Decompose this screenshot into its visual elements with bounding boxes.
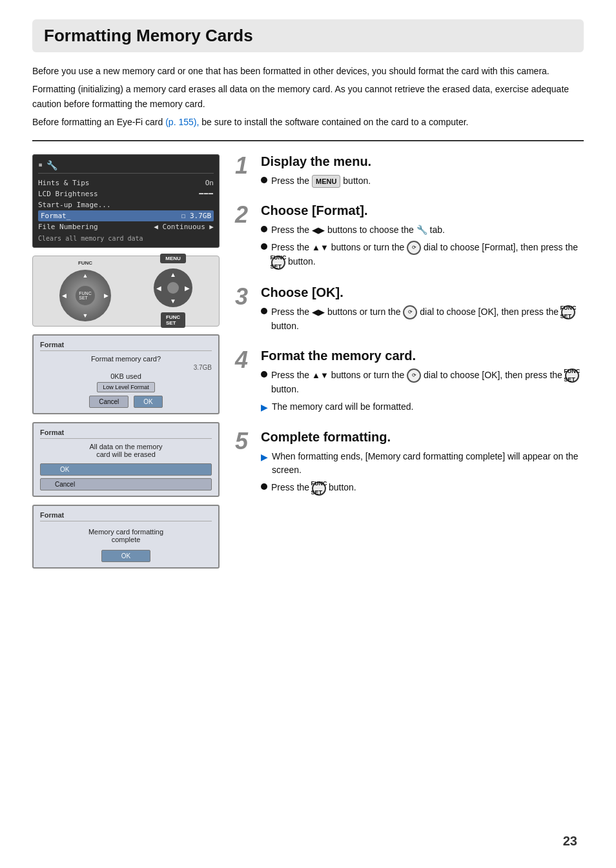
bullet-circle-icon [261, 243, 267, 250]
menu-btn-inline: MENU [312, 175, 340, 188]
step-4-bullets: Press the ▲▼ buttons or turn the ⟳ dial … [261, 368, 584, 414]
menu-lcd: LCD Brightness━━━ [38, 188, 214, 199]
format-complete-title: Format [40, 511, 212, 521]
intro-p2: Formatting (initializing) a memory card … [32, 82, 584, 111]
bullet-circle-icon [261, 483, 267, 490]
intro-p3: Before formatting an Eye-Fi card (p. 155… [32, 115, 584, 129]
step-3: 3 Choose [OK]. Press the ◀▶ buttons or t… [235, 285, 584, 337]
format-screen-title: Format [40, 341, 212, 351]
step-1-title: Display the menu. [261, 154, 584, 169]
cancel-button-1[interactable]: Cancel [89, 396, 128, 408]
main-layout: ▪ 🔧 Hints & TipsOn LCD Brightness━━━ Sta… [32, 154, 584, 569]
step-2-bullet-1: Press the ◀▶ buttons to choose the 🔧 tab… [261, 223, 584, 237]
step-1-bullet-1: Press the MENU button. [261, 174, 584, 188]
func-set-inline: FUNCSET [312, 481, 326, 496]
func-ring: FUNCSET ▲ ▼ ◀ ▶ [59, 270, 111, 321]
bullet-circle-icon [261, 226, 267, 232]
format-confirm-title: Format [40, 429, 212, 439]
arrow-bullet-icon: ▶ [261, 401, 268, 414]
page-title: Formatting Memory Cards [32, 19, 584, 52]
menu-startup: Start-up Image... [38, 199, 214, 210]
arrow-pad: ▲ ▼ ◀ ▶ [154, 268, 192, 307]
step-4-bullet-2: ▶ The memory card will be formatted. [261, 400, 584, 414]
step-5-bullet-2: Press the FUNCSET button. [261, 481, 584, 495]
arrow-bullet-icon: ▶ [261, 450, 268, 464]
step-5-title: Complete formatting. [261, 430, 584, 445]
menu-button: MENU [160, 254, 186, 263]
format-btn-row: Cancel OK [40, 396, 212, 408]
format-confirm-body: All data on the memory card will be eras… [40, 443, 212, 458]
bullet-circle-icon [261, 371, 267, 378]
step-1-bullets: Press the MENU button. [261, 174, 584, 188]
step-3-title: Choose [OK]. [261, 285, 584, 300]
func-set-inline: FUNCSET [565, 368, 579, 383]
step-3-bullet-1: Press the ◀▶ buttons or turn the ⟳ dial … [261, 305, 584, 333]
section-divider [32, 140, 584, 141]
func-set-inline: FUNCSET [561, 305, 575, 319]
step-5-bullets: ▶ When formatting ends, [Memory card for… [261, 450, 584, 495]
func-center-btn: FUNCSET [76, 286, 95, 305]
cancel-button-2[interactable]: Cancel [40, 478, 212, 490]
intro-section: Before you use a new memory card or one … [32, 64, 584, 130]
dial-icon: ⟳ [403, 305, 417, 319]
step-4-bullet-1: Press the ▲▼ buttons or turn the ⟳ dial … [261, 368, 584, 396]
dial-icon: ⟳ [407, 368, 421, 383]
step-5-bullet-1: ▶ When formatting ends, [Memory card for… [261, 450, 584, 477]
low-level-format-btn[interactable]: Low Level Format [97, 382, 155, 392]
func-set-button: FUNCSET [161, 312, 185, 328]
menu-format: Format_☐ 3.7GB [38, 210, 214, 221]
left-column: ▪ 🔧 Hints & TipsOn LCD Brightness━━━ Sta… [32, 154, 220, 569]
page-number: 23 [563, 834, 577, 849]
camera-buttons-image: FUNC FUNCSET ▲ ▼ ◀ ▶ MENU ▲ ▼ ◀ ▶ [32, 256, 220, 327]
format-memory-label: Format memory card? 3.7GB 0KB used Low L… [40, 355, 212, 390]
step-3-bullets: Press the ◀▶ buttons or turn the ⟳ dial … [261, 305, 584, 333]
step-1: 1 Display the menu. Press the MENU butto… [235, 154, 584, 192]
bullet-circle-icon [261, 308, 267, 314]
menu-screen: ▪ 🔧 Hints & TipsOn LCD Brightness━━━ Sta… [32, 154, 220, 248]
step-2: 2 Choose [Format]. Press the ◀▶ buttons … [235, 203, 584, 274]
step-2-title: Choose [Format]. [261, 203, 584, 218]
dial-icon: ⟳ [407, 241, 421, 255]
ok-button-3[interactable]: OK [101, 550, 150, 562]
step-4-title: Format the memory card. [261, 348, 584, 363]
step-2-bullets: Press the ◀▶ buttons to choose the 🔧 tab… [261, 223, 584, 270]
step-2-bullet-2: Press the ▲▼ buttons or turn the ⟳ dial … [261, 241, 584, 270]
format-choose-screen: Format Format memory card? 3.7GB 0KB use… [32, 334, 220, 414]
func-set-inline: FUNCSET [271, 256, 285, 270]
intro-p1: Before you use a new memory card or one … [32, 64, 584, 78]
menu-filenumbering: File Numbering◀ Continuous ▶ [38, 221, 214, 232]
step-5: 5 Complete formatting. ▶ When formatting… [235, 430, 584, 499]
ok-button-2[interactable]: OK [40, 463, 212, 476]
step-4: 4 Format the memory card. Press the ▲▼ b… [235, 348, 584, 418]
tab-bar: ▪ 🔧 [38, 160, 214, 174]
format-complete-body: Memory card formatting complete [40, 528, 212, 543]
bullet-circle-icon [261, 177, 267, 183]
menu-hint: Clears all memory card data [38, 235, 214, 242]
menu-hints: Hints & TipsOn [38, 177, 214, 188]
format-confirm-screen: Format All data on the memory card will … [32, 422, 220, 497]
ok-button-1[interactable]: OK [134, 396, 162, 408]
right-column: 1 Display the menu. Press the MENU butto… [235, 154, 584, 569]
format-complete-screen: Format Memory card formatting complete O… [32, 505, 220, 569]
